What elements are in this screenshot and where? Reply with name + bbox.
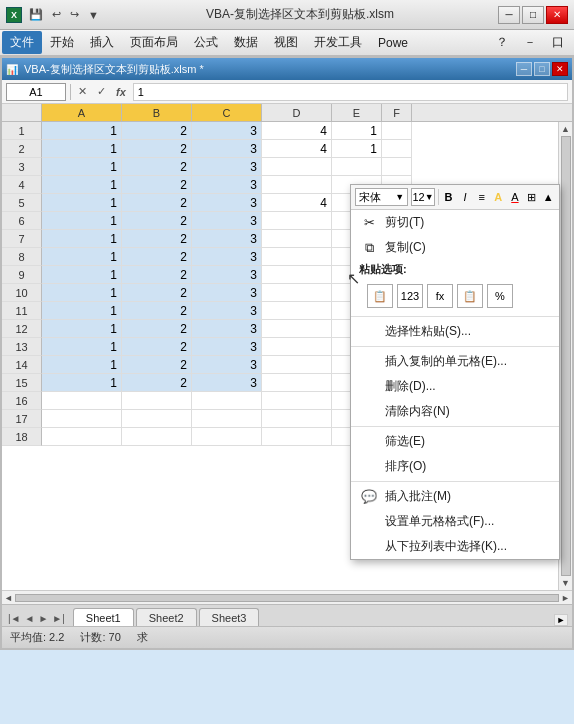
tab-sheet3[interactable]: Sheet3 xyxy=(199,608,260,626)
context-pick-list[interactable]: 从下拉列表中选择(K)... xyxy=(351,534,559,559)
menu-data[interactable]: 数据 xyxy=(226,31,266,54)
tab-scroll-right[interactable]: ► xyxy=(554,614,568,626)
menu-home[interactable]: 开始 xyxy=(42,31,82,54)
mini-bold-btn[interactable]: B xyxy=(442,188,456,206)
table-cell[interactable]: 3 xyxy=(192,266,262,284)
formula-fx-icon[interactable]: fx xyxy=(113,86,129,98)
table-cell[interactable]: 3 xyxy=(192,356,262,374)
table-cell[interactable]: 3 xyxy=(192,338,262,356)
paste-opt-1[interactable]: 📋 xyxy=(367,284,393,308)
table-cell[interactable]: 2 xyxy=(122,212,192,230)
table-cell[interactable] xyxy=(262,284,332,302)
table-cell[interactable]: 2 xyxy=(122,140,192,158)
menu-help[interactable]: ？ xyxy=(488,31,516,54)
mini-border-btn[interactable]: ⊞ xyxy=(525,188,539,206)
table-cell[interactable] xyxy=(262,428,332,446)
table-cell[interactable]: 2 xyxy=(122,302,192,320)
table-cell[interactable] xyxy=(382,140,412,158)
table-cell[interactable]: 2 xyxy=(122,374,192,392)
table-cell[interactable]: 1 xyxy=(42,320,122,338)
context-filter[interactable]: 筛选(E) xyxy=(351,429,559,454)
table-cell[interactable]: 3 xyxy=(192,284,262,302)
table-cell[interactable]: 2 xyxy=(122,230,192,248)
size-dropdown-icon[interactable]: ▼ xyxy=(425,192,434,202)
formula-input[interactable]: 1 xyxy=(133,83,568,101)
table-cell[interactable] xyxy=(192,392,262,410)
table-cell[interactable] xyxy=(382,122,412,140)
undo-btn[interactable]: ↩ xyxy=(49,7,64,22)
table-cell[interactable]: 1 xyxy=(42,176,122,194)
col-header-A[interactable]: A xyxy=(42,104,122,121)
menu-formula[interactable]: 公式 xyxy=(186,31,226,54)
table-cell[interactable]: 3 xyxy=(192,212,262,230)
table-cell[interactable] xyxy=(192,410,262,428)
table-cell[interactable]: 2 xyxy=(122,320,192,338)
table-cell[interactable]: 1 xyxy=(332,122,382,140)
table-cell[interactable] xyxy=(262,158,332,176)
table-cell[interactable]: 2 xyxy=(122,158,192,176)
table-cell[interactable]: 2 xyxy=(122,266,192,284)
table-cell[interactable]: 1 xyxy=(42,158,122,176)
cell-reference[interactable]: A1 xyxy=(6,83,66,101)
tab-sheet1[interactable]: Sheet1 xyxy=(73,608,134,626)
context-cut[interactable]: ✂ 剪切(T) xyxy=(351,210,559,235)
window-controls[interactable]: ─ □ ✕ xyxy=(498,6,568,24)
table-cell[interactable] xyxy=(42,392,122,410)
sheet-nav-next[interactable]: ► xyxy=(36,611,50,626)
close-btn[interactable]: ✕ xyxy=(546,6,568,24)
menu-dev[interactable]: 开发工具 xyxy=(306,31,370,54)
table-cell[interactable]: 4 xyxy=(262,122,332,140)
save-btn[interactable]: 💾 xyxy=(26,7,46,22)
inner-maximize-btn[interactable]: □ xyxy=(534,62,550,76)
table-cell[interactable] xyxy=(262,230,332,248)
sheet-nav-first[interactable]: |◄ xyxy=(6,611,23,626)
table-cell[interactable] xyxy=(262,338,332,356)
table-cell[interactable]: 2 xyxy=(122,338,192,356)
table-cell[interactable]: 1 xyxy=(42,302,122,320)
col-header-F[interactable]: F xyxy=(382,104,412,121)
table-cell[interactable] xyxy=(122,392,192,410)
table-cell[interactable] xyxy=(122,410,192,428)
context-insert-comment[interactable]: 💬 插入批注(M) xyxy=(351,484,559,509)
table-cell[interactable]: 1 xyxy=(42,356,122,374)
font-dropdown-icon[interactable]: ▼ xyxy=(395,192,404,202)
table-cell[interactable] xyxy=(332,158,382,176)
table-cell[interactable]: 1 xyxy=(42,374,122,392)
context-insert-copied[interactable]: 插入复制的单元格(E)... xyxy=(351,349,559,374)
table-cell[interactable]: 1 xyxy=(332,140,382,158)
menu-max2[interactable]: 口 xyxy=(544,31,572,54)
table-cell[interactable] xyxy=(262,266,332,284)
table-cell[interactable]: 2 xyxy=(122,194,192,212)
scroll-up-btn[interactable]: ▲ xyxy=(561,124,570,134)
vertical-scrollbar[interactable]: ▲ ▼ xyxy=(558,122,572,590)
table-cell[interactable] xyxy=(42,410,122,428)
redo-btn[interactable]: ↪ xyxy=(67,7,82,22)
mini-font-color-btn[interactable]: A xyxy=(508,188,522,206)
inner-close-btn[interactable]: ✕ xyxy=(552,62,568,76)
h-scroll-thumb[interactable] xyxy=(15,594,559,602)
col-header-B[interactable]: B xyxy=(122,104,192,121)
formula-confirm-icon[interactable]: ✓ xyxy=(94,85,109,98)
paste-opt-3[interactable]: fx xyxy=(427,284,453,308)
table-cell[interactable] xyxy=(262,374,332,392)
table-cell[interactable] xyxy=(382,158,412,176)
context-sort[interactable]: 排序(O) xyxy=(351,454,559,479)
table-cell[interactable]: 1 xyxy=(42,266,122,284)
menu-min2[interactable]: － xyxy=(516,31,544,54)
mini-highlight-btn[interactable]: A xyxy=(491,188,505,206)
maximize-btn[interactable]: □ xyxy=(522,6,544,24)
mini-font-size[interactable]: 12 ▼ xyxy=(411,188,435,206)
table-cell[interactable]: 4 xyxy=(262,140,332,158)
table-cell[interactable] xyxy=(262,248,332,266)
scroll-thumb[interactable] xyxy=(561,136,571,576)
sheet-nav-prev[interactable]: ◄ xyxy=(23,611,37,626)
table-cell[interactable]: 3 xyxy=(192,122,262,140)
table-cell[interactable]: 3 xyxy=(192,194,262,212)
inner-window-controls[interactable]: ─ □ ✕ xyxy=(516,62,568,76)
menu-file[interactable]: 文件 xyxy=(2,31,42,54)
formula-cancel-icon[interactable]: ✕ xyxy=(75,85,90,98)
table-cell[interactable]: 2 xyxy=(122,122,192,140)
sheet-nav[interactable]: |◄ ◄ ► ►| xyxy=(6,611,67,626)
table-cell[interactable] xyxy=(262,302,332,320)
table-cell[interactable] xyxy=(42,428,122,446)
